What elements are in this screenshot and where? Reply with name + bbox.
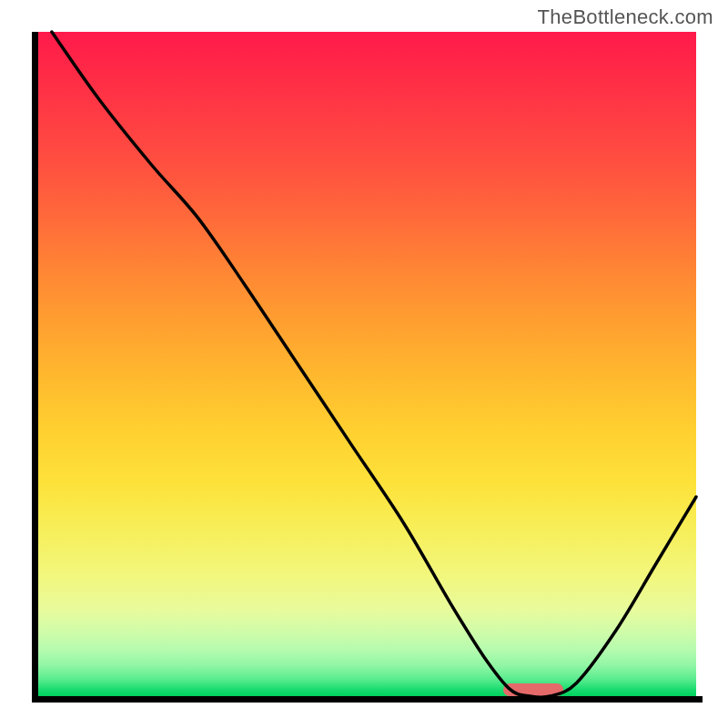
- bottleneck-curve: [52, 32, 696, 697]
- curve-svg: [32, 32, 696, 696]
- watermark-text: TheBottleneck.com: [538, 5, 713, 29]
- x-axis: [32, 696, 703, 703]
- chart-container: TheBottleneck.com: [0, 0, 728, 728]
- y-axis: [32, 32, 38, 703]
- plot-area: [32, 32, 696, 696]
